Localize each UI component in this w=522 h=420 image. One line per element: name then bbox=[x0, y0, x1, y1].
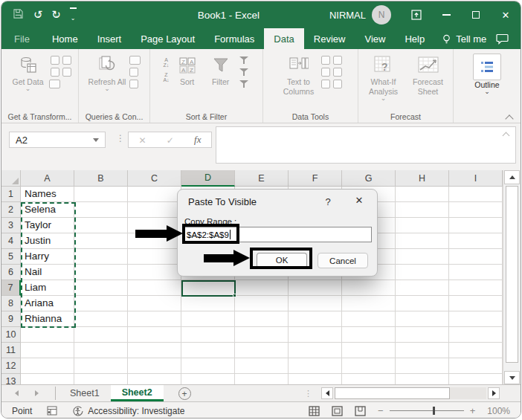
scroll-left-button[interactable] bbox=[321, 387, 333, 399]
close-button[interactable] bbox=[491, 1, 521, 28]
cancel-button[interactable]: Cancel bbox=[318, 253, 368, 268]
new-sheet-button[interactable] bbox=[178, 387, 191, 400]
zoom-in-button[interactable]: + bbox=[470, 405, 476, 416]
row-header[interactable]: 12 bbox=[1, 358, 21, 374]
column-header-i[interactable]: I bbox=[449, 170, 503, 187]
scroll-up-button[interactable] bbox=[504, 170, 520, 184]
tab-insert[interactable]: Insert bbox=[88, 28, 132, 49]
queries-small-buttons[interactable] bbox=[129, 54, 141, 111]
column-header-a[interactable]: A bbox=[21, 170, 74, 187]
column-header-b[interactable]: B bbox=[74, 170, 128, 187]
text-to-columns-button[interactable]: Text to Columns bbox=[280, 54, 318, 111]
sheet-tab-sheet1[interactable]: Sheet1 bbox=[59, 385, 111, 401]
sort-small-buttons[interactable]: AZ↓ ZA↓ bbox=[163, 54, 169, 111]
zoom-out-button[interactable]: − bbox=[378, 405, 384, 416]
scroll-down-button[interactable] bbox=[504, 371, 520, 384]
horizontal-scroll-thumb[interactable] bbox=[335, 387, 450, 399]
dialog-help-button[interactable]: ? bbox=[320, 196, 335, 207]
tab-page-layout[interactable]: Page Layout bbox=[131, 28, 204, 49]
get-transform-small-buttons[interactable] bbox=[51, 54, 71, 111]
data-tools-small-buttons[interactable] bbox=[321, 54, 342, 111]
horizontal-scroll-track[interactable] bbox=[335, 387, 486, 399]
page-layout-view-button[interactable] bbox=[332, 406, 343, 416]
maximize-button[interactable] bbox=[461, 1, 491, 28]
existing-connections-icon bbox=[62, 68, 71, 77]
cell-a1[interactable]: Names bbox=[21, 187, 74, 202]
undo-button[interactable] bbox=[33, 8, 41, 22]
fill-handle[interactable] bbox=[233, 294, 236, 297]
row-header[interactable]: 9 bbox=[1, 311, 21, 327]
filter-small-buttons[interactable] bbox=[239, 54, 250, 111]
outline-button[interactable]: Outline bbox=[468, 54, 506, 111]
column-header-e[interactable]: E bbox=[235, 170, 289, 187]
name-box[interactable]: A2 bbox=[9, 132, 106, 148]
minimize-button[interactable] bbox=[431, 1, 461, 28]
tell-me-button[interactable]: Tell me bbox=[434, 28, 494, 49]
row-header[interactable]: 13 bbox=[1, 374, 21, 384]
filter-button[interactable]: Filter bbox=[205, 54, 236, 111]
cancel-entry-icon[interactable] bbox=[139, 133, 146, 146]
tab-review[interactable]: Review bbox=[304, 28, 355, 49]
accessibility-status[interactable]: Accessibility: Investigate bbox=[72, 406, 184, 416]
ribbon-display-options-button[interactable] bbox=[402, 1, 431, 28]
sort-button[interactable]: ZAAZ Sort bbox=[173, 54, 202, 111]
tab-view[interactable]: View bbox=[355, 28, 395, 49]
group-get-transform: Get Data Get & Transform... bbox=[1, 49, 79, 123]
dialog-close-button[interactable] bbox=[350, 195, 368, 206]
row-header[interactable]: 2 bbox=[1, 202, 21, 218]
what-if-analysis-button[interactable]: ? What-If Analysis bbox=[363, 54, 405, 111]
row-header-active[interactable]: 7 bbox=[1, 280, 21, 296]
redo-button[interactable] bbox=[51, 8, 59, 22]
vertical-scroll-thumb[interactable] bbox=[506, 186, 518, 363]
next-sheet-icon[interactable] bbox=[35, 390, 39, 396]
row-header[interactable]: 6 bbox=[1, 265, 21, 280]
insert-function-button[interactable]: fx bbox=[194, 134, 201, 146]
zoom-level[interactable]: 100% bbox=[487, 406, 510, 416]
collapse-ribbon-button[interactable] bbox=[506, 114, 513, 120]
formula-bar-row: A2 fx bbox=[1, 123, 521, 170]
column-header-d[interactable]: D bbox=[181, 170, 235, 187]
sheet-tab-sheet2[interactable]: Sheet2 bbox=[111, 385, 164, 401]
formula-input[interactable] bbox=[216, 126, 516, 164]
save-icon[interactable] bbox=[13, 8, 23, 22]
tab-help[interactable]: Help bbox=[395, 28, 434, 49]
customize-qat-button[interactable] bbox=[70, 7, 77, 23]
row-header[interactable]: 4 bbox=[1, 233, 21, 249]
vertical-scrollbar[interactable] bbox=[503, 170, 521, 384]
row-header[interactable]: 11 bbox=[1, 343, 21, 358]
user-name[interactable]: NIRMAL bbox=[329, 10, 366, 21]
column-header-f[interactable]: F bbox=[289, 170, 342, 187]
comments-button[interactable] bbox=[496, 28, 509, 49]
zoom-slider[interactable] bbox=[390, 410, 464, 411]
previous-sheet-icon[interactable] bbox=[15, 390, 19, 396]
refresh-all-button[interactable]: Refresh All bbox=[88, 54, 126, 111]
collapse-formula-bar-icon[interactable] bbox=[503, 132, 509, 136]
horizontal-scrollbar[interactable] bbox=[321, 385, 500, 401]
tab-data[interactable]: Data bbox=[264, 28, 303, 49]
active-cell-d7[interactable] bbox=[181, 280, 236, 297]
row-header[interactable]: 3 bbox=[1, 218, 21, 233]
column-header-h[interactable]: H bbox=[396, 170, 449, 187]
column-header-c[interactable]: C bbox=[128, 170, 181, 187]
column-header-g[interactable]: G bbox=[342, 170, 396, 187]
row-header[interactable]: 5 bbox=[1, 249, 21, 265]
row-header[interactable]: 1 bbox=[1, 187, 21, 202]
select-all-corner[interactable] bbox=[1, 170, 21, 187]
tab-home[interactable]: Home bbox=[42, 28, 88, 49]
macro-record-button[interactable] bbox=[47, 406, 57, 416]
row-header[interactable]: 10 bbox=[1, 327, 21, 343]
row-header[interactable]: 8 bbox=[1, 296, 21, 311]
scroll-right-button[interactable] bbox=[488, 387, 500, 399]
drag-handle-icon[interactable] bbox=[304, 389, 312, 398]
triangle-up-icon bbox=[509, 175, 515, 179]
avatar[interactable]: N bbox=[372, 5, 391, 25]
page-break-preview-button[interactable] bbox=[355, 406, 366, 416]
tab-formulas[interactable]: Formulas bbox=[204, 28, 264, 49]
forecast-sheet-button[interactable]: Forecast Sheet bbox=[407, 54, 449, 111]
confirm-entry-icon[interactable] bbox=[167, 133, 174, 146]
tab-file[interactable]: File bbox=[1, 28, 42, 49]
zoom-slider-thumb[interactable] bbox=[433, 407, 435, 415]
get-data-button[interactable]: Get Data bbox=[9, 54, 48, 111]
drag-handle-icon[interactable] bbox=[116, 133, 125, 143]
normal-view-button[interactable] bbox=[309, 406, 320, 416]
